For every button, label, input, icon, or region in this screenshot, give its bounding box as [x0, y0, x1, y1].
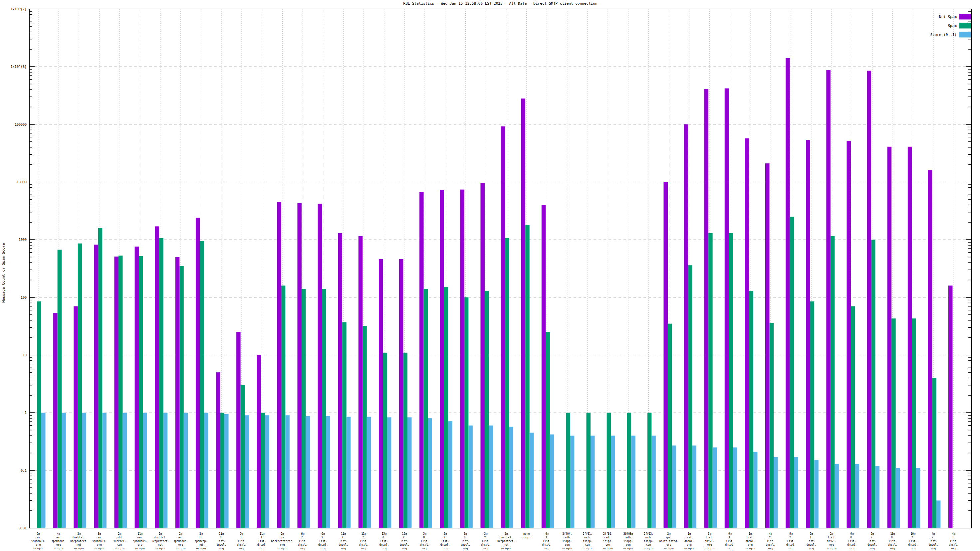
x-tick-label: 9@ [789, 532, 792, 535]
x-tick-label: isipp. [644, 540, 654, 543]
bar-score [855, 464, 859, 528]
x-tick-label: 4@ [545, 532, 549, 535]
x-tick-label: 15@ [402, 532, 407, 535]
x-tick-label: dnsbl-3. [500, 536, 513, 539]
bar-score [367, 417, 371, 528]
x-tick-label: list. [929, 540, 937, 543]
x-tick-label: origin [603, 547, 613, 550]
x-tick-label: list. [319, 540, 327, 543]
x-tick-label: Y. [789, 536, 792, 539]
bar-score [875, 466, 880, 528]
bar-spam [505, 238, 509, 528]
x-tick-label: com [117, 543, 122, 546]
x-tick-label: 11@ [361, 532, 366, 535]
bar-spam [322, 289, 326, 528]
bar-score [184, 413, 188, 528]
x-tick-label: dnswl. [867, 543, 877, 546]
x-tick-label: 2. [301, 536, 305, 539]
x-tick-label: 0. [851, 536, 854, 539]
bar-spam [810, 302, 815, 528]
x-tick-label: origin [135, 547, 145, 550]
x-tick-label: org [300, 547, 305, 550]
x-tick-label: net [158, 543, 163, 546]
x-tick-label: 0@ [688, 532, 691, 535]
x-tick-label: 2@ [159, 532, 162, 535]
x-tick-label: org [829, 543, 834, 546]
x-tick-label: 2. [362, 536, 366, 539]
x-tick-label: com [646, 543, 651, 546]
x-tick-label: zen. [137, 536, 143, 539]
x-tick-label: 5@ [444, 532, 447, 535]
bar-spam [790, 217, 794, 528]
bar-not-spam [765, 164, 770, 528]
bar-score [509, 427, 514, 528]
bar-not-spam [318, 204, 322, 528]
legend-label: Score (0..1) [931, 33, 957, 37]
x-tick-label: 11@ [341, 532, 346, 535]
x-tick-label: dnswl. [705, 540, 714, 543]
bar-score [814, 460, 819, 528]
x-tick-label: 15@ [382, 532, 387, 535]
bar-not-spam [846, 141, 851, 528]
x-tick-label: 2ff01. [583, 532, 593, 535]
bar-not-spam [196, 218, 200, 528]
x-tick-label: spamhaus. [31, 540, 45, 543]
x-tick-label: dnswl. [237, 543, 247, 546]
x-tick-label: list. [787, 540, 795, 543]
x-tick-label: org [97, 543, 102, 546]
x-tick-label: org [239, 547, 244, 550]
legend-label: Spam [948, 24, 957, 28]
bar-spam [891, 318, 896, 528]
bar-score [570, 435, 574, 528]
x-tick-label: ips. [666, 536, 672, 539]
bar-spam [159, 238, 164, 528]
x-tick-label: origin [54, 547, 64, 550]
bar-spam [444, 287, 449, 528]
bar-spam [607, 413, 611, 528]
x-tick-label: list. [686, 536, 694, 539]
y-tick-label: 100 [21, 296, 27, 300]
x-tick-label: 4@ [932, 532, 935, 535]
x-tick-label: dnswl. [318, 543, 328, 546]
bar-spam [485, 291, 489, 528]
bar-spam [871, 240, 875, 528]
x-tick-label: net [504, 543, 509, 546]
x-tick-label: list. [461, 540, 469, 543]
x-tick-label: origin [664, 547, 674, 550]
x-tick-label: surriel. [113, 540, 126, 543]
y-tick-label: 0.01 [19, 526, 27, 530]
x-tick-label: list. [380, 540, 388, 543]
x-tick-label: list. [889, 540, 897, 543]
x-tick-label: none [523, 532, 530, 535]
x-tick-label: 3@ [464, 532, 467, 535]
x-tick-label: org [259, 547, 265, 550]
x-tick-label: dnsbl-1. [73, 536, 86, 539]
x-tick-label: ips. [279, 536, 286, 539]
x-tick-label: org [382, 547, 387, 550]
bar-not-spam [867, 71, 872, 528]
x-tick-label: com [585, 543, 590, 546]
x-tick-label: 2ff04. [562, 532, 572, 535]
x-tick-label: 6@ [321, 532, 325, 535]
y-tick-label: 100000 [14, 123, 27, 126]
x-tick-label: origin [278, 547, 287, 550]
x-tick-label: origin [684, 547, 694, 550]
bar-score [224, 414, 229, 528]
x-tick-label: dnsbl-2. [154, 536, 167, 539]
bar-spam [281, 286, 286, 528]
bar-spam [180, 266, 184, 528]
x-tick-label: origin [745, 547, 755, 550]
y-tick-label: 1x10^{6} [11, 65, 27, 68]
x-tick-label: 1. [260, 536, 264, 539]
x-tick-label: origin [583, 547, 593, 550]
x-tick-label: org [667, 543, 671, 546]
bar-not-spam [806, 140, 810, 528]
bar-spam [688, 265, 692, 528]
bar-spam [57, 249, 62, 528]
bar-not-spam [684, 124, 689, 528]
x-tick-label: origin [624, 547, 633, 550]
x-tick-label: 0. [382, 536, 386, 539]
bar-score [41, 413, 46, 528]
bar-spam [546, 332, 550, 528]
legend-swatch [959, 14, 971, 20]
